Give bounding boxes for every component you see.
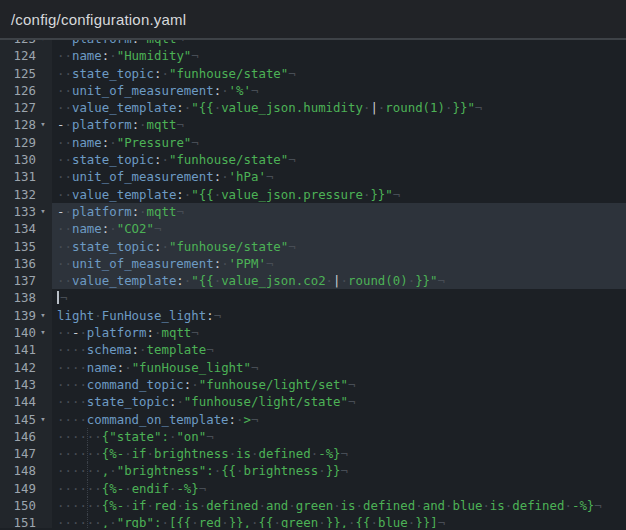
fold-arrow-icon[interactable]: ▾: [36, 40, 50, 47]
code-line-129[interactable]: 129··name:·"Pressure"¬: [0, 134, 626, 151]
code-text[interactable]: ¬: [52, 289, 626, 306]
fold-arrow-icon[interactable]: ▾: [36, 324, 50, 341]
code-line-137[interactable]: 137··value_template:·"{{·value_json.co2·…: [0, 272, 626, 289]
code-text[interactable]: ······{%-·if·brightness·is·defined·-%}¬: [52, 445, 626, 462]
gutter-cell[interactable]: 125: [0, 65, 52, 82]
code-line-145[interactable]: 145▾····command_on_template:·>¬: [0, 411, 626, 428]
code-line-140[interactable]: 140▾··-·platform:·mqtt¬: [0, 324, 626, 341]
gutter-cell[interactable]: 147: [0, 445, 52, 462]
line-number[interactable]: 129: [0, 134, 36, 151]
code-text[interactable]: ··value_template:·"{{·value_json.pressur…: [52, 186, 626, 203]
line-number[interactable]: 142: [0, 359, 36, 376]
gutter-cell[interactable]: 144: [0, 393, 52, 410]
gutter-cell[interactable]: 151: [0, 514, 52, 528]
code-text[interactable]: ····schema:·template¬: [52, 341, 626, 358]
line-number[interactable]: 148: [0, 462, 36, 479]
gutter-cell[interactable]: 149: [0, 480, 52, 497]
code-line-147[interactable]: 147······{%-·if·brightness·is·defined·-%…: [0, 445, 626, 462]
code-line-150[interactable]: 150······{%-·if·red·is·defined·and·green…: [0, 497, 626, 514]
line-number[interactable]: 132: [0, 186, 36, 203]
line-number[interactable]: 124: [0, 47, 36, 64]
line-number[interactable]: 143: [0, 376, 36, 393]
code-text[interactable]: ······,·"brightness":·{{·brightness·}}¬: [52, 462, 626, 479]
code-text[interactable]: ··name:·"Pressure"¬: [52, 134, 626, 151]
line-number[interactable]: 135: [0, 238, 36, 255]
gutter-cell[interactable]: 150: [0, 497, 52, 514]
line-number[interactable]: 126: [0, 82, 36, 99]
code-text[interactable]: ··unit_of_measurement:·'hPa'¬: [52, 168, 626, 185]
gutter-cell[interactable]: 128▾: [0, 116, 52, 133]
line-number[interactable]: 147: [0, 445, 36, 462]
code-line-142[interactable]: 142····name:·"funHouse_light"¬: [0, 359, 626, 376]
code-line-139[interactable]: 139▾light·FunHouse_light:¬: [0, 307, 626, 324]
gutter-cell[interactable]: 124: [0, 47, 52, 64]
code-line-144[interactable]: 144····state_topic:·"funhouse/light/stat…: [0, 393, 626, 410]
code-text[interactable]: light·FunHouse_light:¬: [52, 307, 626, 324]
code-line-125[interactable]: 125··state_topic:·"funhouse/state"¬: [0, 65, 626, 82]
code-line-133[interactable]: 133▾-·platform:·mqtt¬: [0, 203, 626, 220]
code-editor[interactable]: 123▾-·platform:·mqtt¬124··name:·"Humidit…: [0, 40, 626, 528]
line-number[interactable]: 133: [0, 203, 36, 220]
code-line-123[interactable]: 123▾-·platform:·mqtt¬: [0, 40, 626, 47]
code-line-128[interactable]: 128▾-·platform:·mqtt¬: [0, 116, 626, 133]
line-number[interactable]: 125: [0, 65, 36, 82]
gutter-cell[interactable]: 130: [0, 151, 52, 168]
code-text[interactable]: ··unit_of_measurement:·'%'¬: [52, 82, 626, 99]
code-line-149[interactable]: 149······{%-·endif·-%}¬: [0, 480, 626, 497]
code-line-124[interactable]: 124··name:·"Humidity"¬: [0, 47, 626, 64]
code-text[interactable]: ····state_topic:·"funhouse/light/state"¬: [52, 393, 626, 410]
code-text[interactable]: ······{%-·endif·-%}¬: [52, 480, 626, 497]
fold-arrow-icon[interactable]: ▾: [36, 411, 50, 428]
code-line-131[interactable]: 131··unit_of_measurement:·'hPa'¬: [0, 168, 626, 185]
code-text[interactable]: ··state_topic:·"funhouse/state"¬: [52, 151, 626, 168]
line-number[interactable]: 144: [0, 393, 36, 410]
line-number[interactable]: 139: [0, 307, 36, 324]
code-text[interactable]: ····command_on_template:·>¬: [52, 411, 626, 428]
gutter-cell[interactable]: 143: [0, 376, 52, 393]
line-number[interactable]: 137: [0, 272, 36, 289]
gutter-cell[interactable]: 123▾: [0, 40, 52, 47]
gutter-cell[interactable]: 138: [0, 289, 52, 306]
code-line-143[interactable]: 143····command_topic:·"funhouse/light/se…: [0, 376, 626, 393]
gutter-cell[interactable]: 139▾: [0, 307, 52, 324]
code-line-138[interactable]: 138¬: [0, 289, 626, 306]
code-line-148[interactable]: 148······,·"brightness":·{{·brightness·}…: [0, 462, 626, 479]
code-text[interactable]: ··value_template:·"{{·value_json.humidit…: [52, 99, 626, 116]
gutter-cell[interactable]: 131: [0, 168, 52, 185]
fold-arrow-icon[interactable]: ▾: [36, 307, 50, 324]
code-line-134[interactable]: 134··name:·"CO2"¬: [0, 220, 626, 237]
line-number[interactable]: 131: [0, 168, 36, 185]
gutter-cell[interactable]: 129: [0, 134, 52, 151]
code-line-135[interactable]: 135··state_topic:·"funhouse/state"¬: [0, 238, 626, 255]
line-number[interactable]: 123: [0, 40, 36, 47]
code-text[interactable]: ······{%-·if·red·is·defined·and·green·is…: [52, 497, 626, 514]
line-number[interactable]: 141: [0, 341, 36, 358]
code-text[interactable]: ······{"state":·"on"¬: [52, 428, 626, 445]
code-text[interactable]: ··name:·"Humidity"¬: [52, 47, 626, 64]
code-text[interactable]: ··unit_of_measurement:·'PPM'¬: [52, 255, 626, 272]
code-text[interactable]: ··-·platform:·mqtt¬: [52, 324, 626, 341]
code-text[interactable]: ······,·"rgb":·[{{·red·}},·{{·green·}},·…: [52, 514, 626, 528]
gutter-cell[interactable]: 148: [0, 462, 52, 479]
code-text[interactable]: ····name:·"funHouse_light"¬: [52, 359, 626, 376]
code-line-136[interactable]: 136··unit_of_measurement:·'PPM'¬: [0, 255, 626, 272]
code-line-151[interactable]: 151······,·"rgb":·[{{·red·}},·{{·green·}…: [0, 514, 626, 528]
line-number[interactable]: 140: [0, 324, 36, 341]
line-number[interactable]: 130: [0, 151, 36, 168]
line-number[interactable]: 128: [0, 116, 36, 133]
line-number[interactable]: 134: [0, 220, 36, 237]
code-line-132[interactable]: 132··value_template:·"{{·value_json.pres…: [0, 186, 626, 203]
line-number[interactable]: 136: [0, 255, 36, 272]
gutter-cell[interactable]: 140▾: [0, 324, 52, 341]
gutter-cell[interactable]: 126: [0, 82, 52, 99]
code-text[interactable]: -·platform:·mqtt¬: [52, 116, 626, 133]
gutter-cell[interactable]: 127: [0, 99, 52, 116]
gutter-cell[interactable]: 135: [0, 238, 52, 255]
code-text[interactable]: ··name:·"CO2"¬: [52, 220, 626, 237]
gutter-cell[interactable]: 133▾: [0, 203, 52, 220]
gutter-cell[interactable]: 134: [0, 220, 52, 237]
code-text[interactable]: ··state_topic:·"funhouse/state"¬: [52, 238, 626, 255]
line-number[interactable]: 145: [0, 411, 36, 428]
code-text[interactable]: -·platform:·mqtt¬: [52, 203, 626, 220]
line-number[interactable]: 138: [0, 289, 36, 306]
